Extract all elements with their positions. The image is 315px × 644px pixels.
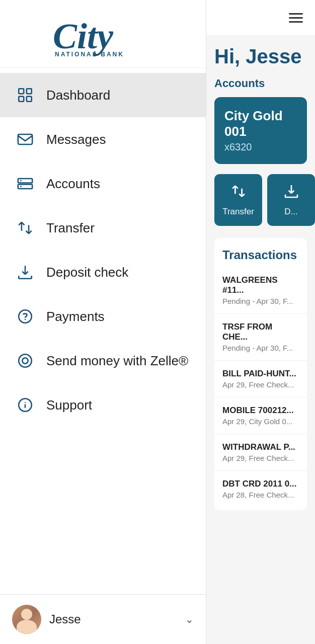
transaction-name-1: WALGREENS #11... [222, 275, 299, 295]
logo-svg: City NATIONAL BANK [48, 12, 159, 57]
user-name: Jesse [49, 612, 177, 626]
sidebar-item-dashboard-label: Dashboard [46, 88, 110, 103]
svg-rect-4 [19, 97, 24, 102]
transaction-detail-2: Pending - Apr 30, F... [222, 344, 299, 352]
accounts-section-title: Accounts [214, 77, 307, 90]
main-body: Hi, Jesse Accounts City Gold 001 x6320 T… [206, 35, 315, 520]
transaction-item-5[interactable]: WITHDRAWAL P... Apr 29, Free Check... [214, 434, 307, 471]
svg-rect-5 [27, 97, 32, 102]
user-footer[interactable]: Jesse ⌄ [0, 594, 206, 644]
transfer-icon [15, 218, 35, 238]
svg-point-13 [22, 358, 28, 363]
transaction-item-3[interactable]: BILL PAID-HUNT... Apr 29, Free Check... [214, 361, 307, 397]
quick-actions: Transfer D... [214, 174, 307, 226]
transaction-name-2: TRSF FROM CHE... [222, 322, 299, 342]
transaction-detail-4: Apr 29, City Gold 0... [222, 417, 299, 426]
deposit-check-icon [15, 262, 35, 282]
messages-icon [15, 129, 35, 149]
sidebar-item-transfer[interactable]: Transfer [0, 206, 206, 250]
deposit-action-icon [283, 183, 299, 203]
svg-rect-3 [27, 89, 32, 94]
svg-rect-8 [18, 184, 32, 189]
transaction-name-3: BILL PAID-HUNT... [222, 369, 299, 379]
main-content: Hi, Jesse Accounts City Gold 001 x6320 T… [206, 0, 315, 644]
main-header [206, 0, 315, 35]
deposit-action-btn[interactable]: D... [267, 174, 315, 226]
sidebar-item-support-label: Support [46, 397, 92, 413]
svg-rect-2 [19, 89, 24, 94]
sidebar-item-messages-label: Messages [46, 132, 106, 147]
sidebar-item-payments[interactable]: Payments [0, 294, 206, 339]
account-card[interactable]: City Gold 001 x6320 [214, 97, 307, 164]
dashboard-icon [15, 85, 35, 105]
hamburger-icon[interactable] [287, 11, 305, 25]
svg-rect-7 [18, 179, 32, 183]
logo-area: City NATIONAL BANK [0, 0, 206, 68]
account-number: x6320 [224, 141, 297, 153]
nav-menu: Dashboard Messages Account [0, 68, 206, 594]
transaction-item-1[interactable]: WALGREENS #11... Pending - Apr 30, F... [214, 267, 307, 314]
greeting: Hi, Jesse [214, 45, 307, 68]
transaction-detail-1: Pending - Apr 30, F... [222, 297, 299, 305]
sidebar-item-dashboard[interactable]: Dashboard [0, 73, 206, 117]
transfer-action-icon [230, 183, 247, 203]
avatar [12, 605, 41, 634]
sidebar-item-deposit-check[interactable]: Deposit check [0, 250, 206, 294]
transaction-item-2[interactable]: TRSF FROM CHE... Pending - Apr 30, F... [214, 314, 307, 361]
transaction-name-4: MOBILE 700212... [222, 406, 299, 416]
sidebar-item-zelle[interactable]: Send money with Zelle® [0, 339, 206, 383]
sidebar-item-messages[interactable]: Messages [0, 117, 206, 162]
transaction-detail-5: Apr 29, Free Check... [222, 454, 299, 462]
sidebar-item-payments-label: Payments [46, 309, 105, 325]
account-name: City Gold 001 [224, 108, 297, 139]
support-icon [15, 395, 35, 415]
sidebar-item-deposit-check-label: Deposit check [46, 265, 128, 280]
sidebar-item-accounts[interactable]: Accounts [0, 162, 206, 206]
transaction-detail-3: Apr 29, Free Check... [222, 380, 299, 389]
transactions-section: Transactions WALGREENS #11... Pending - … [214, 238, 307, 510]
transactions-title: Transactions [214, 241, 307, 267]
chevron-down-icon: ⌄ [185, 613, 194, 625]
transfer-action-btn[interactable]: Transfer [214, 174, 262, 226]
accounts-icon [15, 174, 35, 194]
transaction-detail-6: Apr 28, Free Check... [222, 491, 299, 499]
sidebar-item-zelle-label: Send money with Zelle® [46, 353, 188, 369]
deposit-action-label: D... [284, 207, 297, 217]
payments-icon [15, 306, 35, 327]
svg-text:NATIONAL BANK: NATIONAL BANK [55, 51, 124, 57]
sidebar-item-transfer-label: Transfer [46, 220, 95, 236]
transaction-item-6[interactable]: DBT CRD 2011 0... Apr 28, Free Check... [214, 471, 307, 507]
transaction-name-5: WITHDRAWAL P... [222, 442, 299, 452]
svg-text:City: City [53, 16, 114, 56]
sidebar-item-accounts-label: Accounts [46, 176, 100, 192]
zelle-icon [15, 351, 35, 371]
svg-rect-6 [18, 134, 32, 144]
logo: City NATIONAL BANK [48, 12, 159, 57]
transfer-action-label: Transfer [222, 207, 254, 217]
sidebar: City NATIONAL BANK Dashboard [0, 0, 206, 644]
transaction-item-4[interactable]: MOBILE 700212... Apr 29, City Gold 0... [214, 397, 307, 434]
sidebar-item-support[interactable]: Support [0, 383, 206, 427]
transaction-name-6: DBT CRD 2011 0... [222, 479, 299, 489]
svg-point-12 [19, 354, 32, 367]
